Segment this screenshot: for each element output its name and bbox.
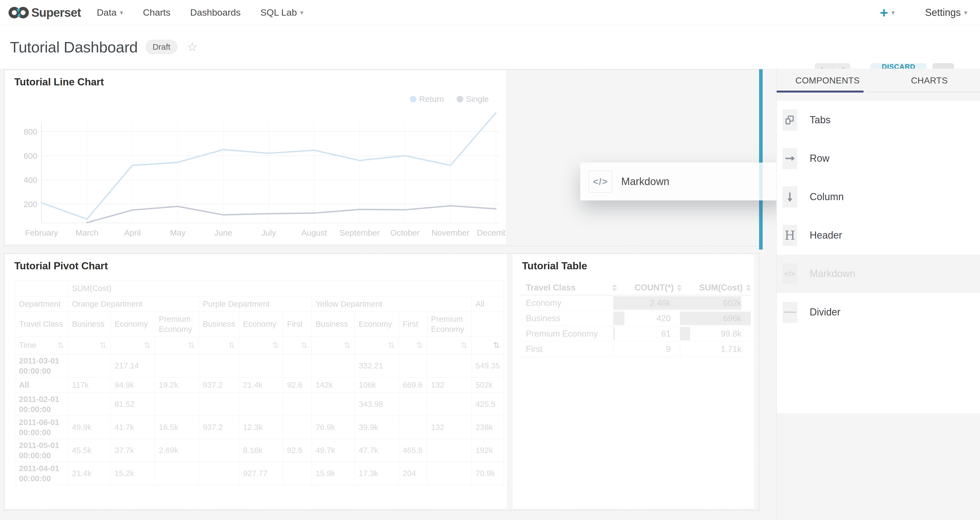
pivot-value-cell: 92.6 [283, 377, 312, 393]
sort-icon[interactable]: ⇅ [344, 340, 351, 350]
superset-infinity-icon [8, 5, 29, 20]
pivot-value-cell: 117k [68, 377, 111, 393]
pivot-travel-col: Business [312, 312, 355, 337]
favorite-star-icon[interactable]: ☆ [187, 41, 197, 53]
chevron-down-icon: ▾ [120, 9, 123, 16]
pivot-sort-cell[interactable]: ⇅ [68, 337, 111, 354]
sort-icon[interactable]: ⇅ [57, 340, 64, 350]
pivot-sort-cell[interactable]: ⇅ [399, 337, 427, 354]
markdown-icon-box: </> [589, 171, 612, 193]
pivot-value-cell: 21.4k [239, 377, 283, 393]
table-row[interactable]: Premium Economy6199.8k [519, 326, 751, 342]
pivot-value-cell: 92.6 [283, 439, 312, 462]
sidebar-item-label: Column [810, 191, 844, 203]
pivot-row-label: 2011-05-01 00:00:00 [15, 439, 68, 462]
sort-icon[interactable]: ⇅ [416, 340, 423, 350]
divider-line-glyph [784, 312, 796, 313]
sidebar-item-markdown[interactable]: </>Markdown [777, 255, 980, 293]
sort-icon[interactable]: ⇅ [188, 340, 195, 350]
pivot-value-cell: 15.9k [312, 462, 355, 485]
legend-item-return[interactable]: Return [410, 94, 444, 104]
cell-sum: 602k [680, 295, 741, 311]
pivot-value-cell: 937.2 [199, 416, 239, 439]
pivot-value-cell: 192k [471, 439, 504, 462]
cell-travel-class: Premium Economy [519, 326, 613, 341]
nav-item-data[interactable]: Data▾ [97, 7, 123, 18]
cell-sum: 1.71k [680, 342, 741, 357]
pivot-value-cell [283, 354, 312, 377]
pivot-sort-cell[interactable]: ⇅ [155, 337, 199, 354]
legend-label: Return [419, 94, 444, 104]
sidebar-item-divider[interactable]: Divider [777, 293, 980, 331]
table-row[interactable]: First91.71k [519, 342, 751, 357]
pivot-sort-cell[interactable]: ⇅ [239, 337, 283, 354]
pivot-value-cell [312, 354, 355, 377]
nav-item-charts[interactable]: Charts [143, 7, 170, 18]
drop-indicator [759, 69, 763, 250]
pivot-dept-group: All [471, 296, 504, 312]
settings-menu[interactable]: Settings ▾ [925, 7, 967, 18]
pivot-time-header[interactable]: Time⇅ [15, 337, 68, 354]
pivot-sort-cell[interactable]: ⇅ [312, 337, 355, 354]
pivot-value-cell: 37.7k [111, 439, 155, 462]
tab-charts[interactable]: CHARTS [879, 69, 980, 92]
pivot-value-cell [399, 416, 427, 439]
table-row[interactable]: Economy2.46k602k [519, 295, 751, 311]
sort-icon[interactable]: ⇅ [388, 340, 395, 350]
pivot-travel-col: First [283, 312, 312, 337]
sidebar-item-row[interactable]: Row [777, 139, 980, 178]
pivot-value-cell: 142k [312, 377, 355, 393]
column-header-travel-class[interactable]: Travel Class [519, 283, 617, 293]
nav-item-label: Data [97, 7, 116, 18]
pivot-value-cell [399, 354, 427, 377]
sort-icon[interactable]: ⇅ [301, 340, 308, 350]
sort-icon [612, 284, 617, 291]
pivot-value-cell [312, 393, 355, 416]
sort-icon[interactable]: ⇅ [493, 340, 500, 350]
superset-logo[interactable]: Superset [8, 5, 81, 20]
pivot-chart-panel[interactable]: Tutorial Pivot Chart SUM(Cost)Department… [5, 254, 507, 509]
sidebar-item-label: Tabs [810, 114, 830, 126]
nav-menu: Data▾ChartsDashboardsSQL Lab▾ [97, 7, 323, 18]
pivot-corner-label: Department [15, 296, 68, 312]
pivot-sort-cell[interactable]: ⇅ [199, 337, 239, 354]
sort-icon[interactable]: ⇅ [144, 340, 151, 350]
legend-label: Single [466, 94, 489, 104]
sidebar-item-tabs[interactable]: Tabs [777, 101, 980, 139]
legend-item-single[interactable]: Single [457, 94, 489, 104]
sidebar-item-label: Row [810, 153, 829, 164]
sort-icon[interactable]: ⇅ [461, 340, 468, 350]
new-item-button[interactable]: + ▾ [880, 5, 894, 20]
sort-icon[interactable]: ⇅ [100, 340, 107, 350]
pivot-sort-cell[interactable]: ⇅ [111, 337, 155, 354]
svg-text:August: August [301, 228, 327, 237]
column-header-count-[interactable]: COUNT(*) [617, 283, 682, 293]
pivot-value-cell: 106k [355, 377, 399, 393]
pivot-sort-cell[interactable]: ⇅ [427, 337, 471, 354]
nav-item-sql-lab[interactable]: SQL Lab▾ [261, 7, 304, 18]
builder-sidebar: COMPONENTSCHARTS TabsRowColumnHHeader</>… [776, 69, 980, 520]
table-row[interactable]: Business420696k [519, 311, 751, 326]
pivot-sort-cell[interactable]: ⇅ [355, 337, 399, 354]
cell-sum: 696k [680, 311, 741, 326]
pivot-value-cell [155, 462, 199, 485]
table-chart-panel[interactable]: Tutorial Table Travel ClassCOUNT(*)SUM(C… [513, 254, 754, 509]
svg-text:November: November [431, 228, 469, 237]
chart-title: Tutorial Line Chart [14, 76, 104, 88]
sort-icon[interactable]: ⇅ [228, 340, 235, 350]
pivot-sort-cell[interactable]: ⇅ [471, 337, 504, 354]
sidebar-item-header[interactable]: HHeader [777, 216, 980, 255]
sort-icon[interactable]: ⇅ [272, 340, 279, 350]
column-header-sum-cost-[interactable]: SUM(Cost) [682, 283, 751, 293]
pivot-table: SUM(Cost)DepartmentOrange DepartmentPurp… [15, 281, 504, 485]
pivot-row-label: All [15, 377, 68, 393]
tab-components[interactable]: COMPONENTS [777, 69, 879, 92]
line-chart-panel[interactable]: Tutorial Line Chart ReturnSingle 2004006… [5, 70, 506, 244]
pivot-sort-cell[interactable]: ⇅ [283, 337, 312, 354]
nav-item-dashboards[interactable]: Dashboards [190, 7, 240, 18]
markdown-drag-ghost[interactable]: </> Markdown [580, 163, 785, 200]
pivot-value-cell [155, 393, 199, 416]
pivot-travel-col: Economy [239, 312, 283, 337]
sidebar-item-label: Header [810, 230, 842, 241]
sidebar-item-column[interactable]: Column [777, 178, 980, 216]
